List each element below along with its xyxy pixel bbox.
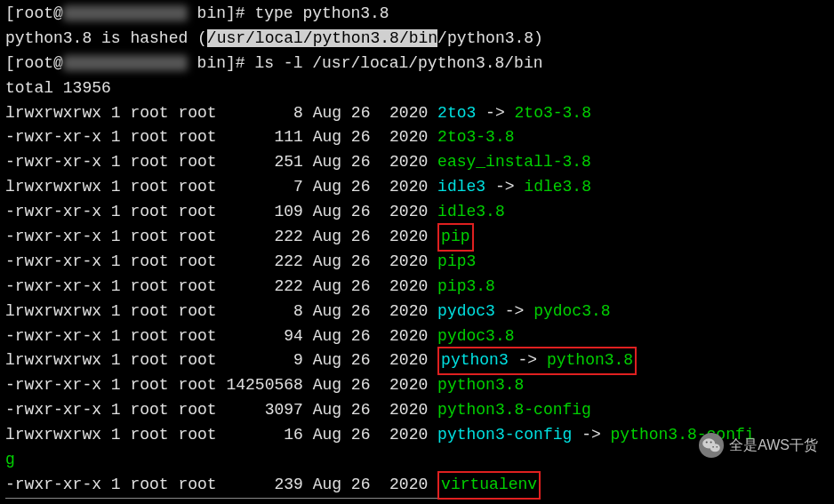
ls-row: lrwxrwxrwx 1 root root 9 Aug 26 2020 pyt… xyxy=(5,348,829,373)
wechat-watermark: 全是AWS干货 xyxy=(699,433,818,458)
ls-row: -rwxr-xr-x 1 root root 14250568 Aug 26 2… xyxy=(5,373,829,398)
ls-row: lrwxrwxrwx 1 root root 8 Aug 26 2020 pyd… xyxy=(5,300,829,324)
svg-point-6 xyxy=(717,446,718,448)
svg-point-5 xyxy=(712,446,714,448)
svg-point-3 xyxy=(706,441,708,443)
ls-row: -rwxr-xr-x 1 root root 222 Aug 26 2020 p… xyxy=(5,225,829,250)
wechat-icon xyxy=(699,433,724,458)
ls-row: lrwxrwxrwx 1 root root 7 Aug 26 2020 idl… xyxy=(5,175,829,200)
wechat-label: 全是AWS干货 xyxy=(729,435,818,457)
prompt-line-2: [root@ bin]# ls -l /usr/local/python3.8/… xyxy=(5,52,829,76)
ls-row: -rwxr-xr-x 1 root root 222 Aug 26 2020 p… xyxy=(5,250,829,275)
terminal-output[interactable]: [root@ bin]# type python3.8python3.8 is … xyxy=(5,2,829,499)
ls-row: lrwxrwxrwx 1 root root 8 Aug 26 2020 2to… xyxy=(5,101,829,126)
ls-row: -rwxr-xr-x 1 root root 222 Aug 26 2020 p… xyxy=(5,275,829,300)
ls-row: -rwxr-xr-x 1 root root 239 Aug 26 2020 v… xyxy=(5,473,829,499)
ls-row: -rwxr-xr-x 1 root root 94 Aug 26 2020 py… xyxy=(5,324,829,349)
ls-row: -rwxr-xr-x 1 root root 111 Aug 26 2020 2… xyxy=(5,125,829,150)
svg-point-4 xyxy=(710,441,712,443)
output-total: total 13956 xyxy=(5,76,829,101)
ls-row: -rwxr-xr-x 1 root root 109 Aug 26 2020 i… xyxy=(5,200,829,225)
ls-row: -rwxr-xr-x 1 root root 251 Aug 26 2020 e… xyxy=(5,150,829,175)
svg-point-2 xyxy=(710,444,720,452)
ls-row: -rwxr-xr-x 1 root root 3097 Aug 26 2020 … xyxy=(5,398,829,423)
output-hash: python3.8 is hashed (/usr/local/python3.… xyxy=(5,27,829,52)
prompt-line-1: [root@ bin]# type python3.8 xyxy=(5,2,829,27)
